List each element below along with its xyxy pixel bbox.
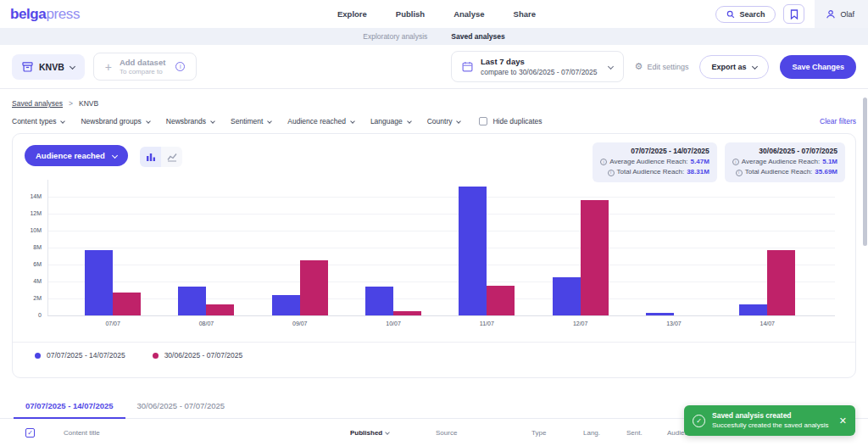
bookmark-icon (790, 9, 798, 20)
success-toast: ✓ Saved analysis created Succesfully cre… (684, 405, 855, 436)
chart-legend: 07/07/2025 - 14/07/202530/06/2025 - 07/0… (35, 351, 242, 360)
gridline (47, 248, 835, 248)
chevron-down-icon (268, 119, 273, 124)
bar-07-07-series0[interactable] (85, 250, 113, 315)
logo-light: press (46, 6, 80, 22)
bar-10-07-series1[interactable] (393, 311, 421, 315)
bar-13-07-series0[interactable] (646, 313, 674, 315)
filter-label: Sentiment (231, 117, 263, 125)
bar-07-07-series1[interactable] (113, 293, 141, 315)
x-axis-tick-label: 07/07 (87, 321, 138, 326)
legend-label: 07/07/2025 - 14/07/2025 (47, 351, 125, 360)
close-icon[interactable]: ✕ (839, 415, 847, 426)
gridline (47, 197, 835, 198)
nav-analyse[interactable]: Analyse (453, 9, 484, 19)
page-scrollbar[interactable] (863, 98, 867, 246)
header-right: Search Olaf (715, 0, 868, 28)
date-range-title: Last 7 days (481, 57, 598, 68)
date-range-compare: compare to 30/06/2025 - 07/07/2025 (481, 68, 598, 76)
filter-sentiment[interactable]: Sentiment (231, 117, 271, 125)
filter-newsbrand-groups[interactable]: Newsbrand groups (81, 117, 149, 125)
bookmark-button[interactable] (783, 4, 804, 24)
search-button[interactable]: Search (715, 6, 776, 23)
bar-09-07-series0[interactable] (272, 295, 300, 315)
bar-11-07-series0[interactable] (459, 187, 487, 315)
chevron-down-icon (608, 64, 614, 70)
info-icon: i (175, 62, 185, 71)
main-nav: ExplorePublishAnalyseShare (337, 9, 536, 19)
subnav-tab-saved-analyses[interactable]: Saved analyses (451, 32, 504, 41)
filter-language[interactable]: Language (370, 117, 411, 125)
filter-audience-reached[interactable]: Audience reached (287, 117, 354, 125)
plus-icon: + (105, 60, 112, 74)
x-axis-tick-label: 14/07 (742, 321, 793, 326)
x-axis-tick-label: 09/07 (275, 321, 326, 326)
breadcrumb-saved-analyses[interactable]: Saved analyses (12, 99, 63, 108)
add-dataset-button[interactable]: + Add dataset To compare to i (93, 53, 198, 81)
gear-icon: ⚙ (635, 62, 643, 71)
nav-share[interactable]: Share (514, 9, 536, 19)
calendar-icon (462, 61, 473, 72)
nav-explore[interactable]: Explore (337, 9, 367, 19)
y-axis-tick-label: 4M (16, 278, 42, 284)
bar-09-07-series1[interactable] (300, 260, 328, 315)
legend-item-07-07-2025-14-07-2025: 07/07/2025 - 14/07/2025 (35, 351, 125, 360)
tab-07-07-2025-14-07-2025[interactable]: 07/07/2025 - 14/07/2025 (14, 396, 125, 419)
export-as-button[interactable]: Export as (699, 55, 769, 79)
archive-icon (22, 62, 33, 72)
tab-30-06-2025-07-07-2025[interactable]: 30/06/2025 - 07/07/2025 (125, 396, 237, 418)
chevron-down-icon (407, 119, 412, 124)
column-header-source[interactable]: Source (436, 429, 457, 437)
filter-label: Country (427, 117, 453, 125)
bar-10-07-series0[interactable] (365, 287, 393, 315)
column-header-type[interactable]: Type (531, 429, 546, 437)
bar-12-07-series0[interactable] (553, 277, 581, 315)
toast-title: Saved analysis created (712, 411, 828, 421)
bar-08-07-series0[interactable] (178, 287, 206, 315)
column-header-content-title[interactable]: Content title (64, 429, 100, 437)
user-name: Olaf (840, 10, 854, 19)
filter-country[interactable]: Country (427, 117, 461, 125)
bar-14-07-series1[interactable] (767, 250, 795, 315)
y-axis-tick-label: 0 (16, 312, 42, 318)
save-changes-button[interactable]: Save Changes (780, 55, 856, 79)
hide-duplicates-checkbox[interactable] (479, 117, 487, 125)
column-header-lang[interactable]: Lang. (583, 429, 600, 437)
column-label: Source (436, 429, 457, 437)
add-dataset-subtitle: To compare to (120, 68, 165, 76)
column-label: Sent. (626, 429, 643, 437)
chevron-down-icon (146, 119, 151, 124)
y-axis-line (47, 180, 48, 315)
search-icon (726, 10, 735, 19)
dataset-selector[interactable]: KNVB (12, 54, 85, 80)
bar-08-07-series1[interactable] (206, 304, 234, 315)
bar-12-07-series1[interactable] (581, 200, 609, 315)
bar-14-07-series0[interactable] (739, 304, 767, 315)
select-all-checkbox[interactable]: ✓ (25, 428, 35, 438)
nav-publish[interactable]: Publish (396, 9, 425, 19)
y-axis-tick-label: 14M (16, 193, 42, 199)
filter-newsbrands[interactable]: Newsbrands (166, 117, 214, 125)
column-header-published[interactable]: Published (350, 429, 389, 437)
edit-settings-button[interactable]: ⚙ Edit settings (635, 62, 689, 71)
chevron-down-icon (457, 119, 462, 124)
user-menu[interactable]: Olaf (815, 0, 868, 28)
add-dataset-title: Add dataset (120, 58, 165, 68)
toast-text: Saved analysis created Succesfully creat… (712, 411, 828, 430)
filter-content-types[interactable]: Content types (12, 117, 64, 125)
search-label: Search (739, 10, 765, 19)
chevron-down-icon (61, 119, 66, 124)
export-label: Export as (711, 63, 746, 71)
date-range-selector[interactable]: Last 7 days compare to 30/06/2025 - 07/0… (451, 51, 624, 82)
gridline (47, 231, 835, 231)
x-axis-tick-label: 08/07 (181, 321, 231, 326)
subnav-tab-exploratory-analysis[interactable]: Exploratory analysis (363, 32, 427, 41)
column-header-sent[interactable]: Sent. (626, 429, 643, 437)
filter-label: Content types (12, 117, 56, 125)
clear-filters-link[interactable]: Clear filters (820, 117, 856, 125)
belga-press-logo[interactable]: belgapress (10, 7, 80, 21)
legend-dot (153, 353, 159, 359)
bar-11-07-series1[interactable] (487, 286, 515, 315)
legend-item-30-06-2025-07-07-2025: 30/06/2025 - 07/07/2025 (153, 351, 243, 360)
x-axis-tick-label: 10/07 (368, 321, 419, 326)
